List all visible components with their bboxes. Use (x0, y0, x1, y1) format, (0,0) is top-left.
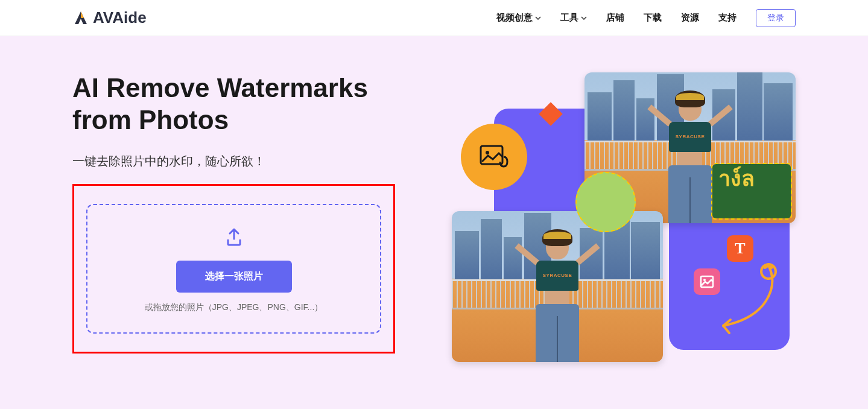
main-nav: 视频创意 工具 店铺 下载 资源 支持 登录 (496, 9, 796, 27)
logo-icon (72, 10, 89, 27)
svg-point-1 (486, 151, 489, 154)
nav-item-shop[interactable]: 店铺 (606, 12, 624, 24)
hero-content: AI Remove Watermarks from Photos 一键去除照片中… (72, 72, 386, 374)
main-header: AVAide 视频创意 工具 店铺 下载 资源 支持 登录 (0, 0, 868, 36)
svg-rect-0 (481, 146, 502, 164)
nav-item-resources[interactable]: 资源 (681, 12, 699, 24)
hero-illustration: SYRACUSE าง์ล SYRACUSE (434, 72, 796, 374)
svg-point-3 (703, 279, 706, 281)
page-title: AI Remove Watermarks from Photos (72, 72, 386, 136)
upload-hint: 或拖放您的照片（JPG、JPEG、PNG、GIF...） (100, 302, 368, 313)
decoration-orange-circle (461, 124, 527, 190)
curved-arrow-icon (711, 259, 784, 338)
select-photo-button[interactable]: 选择一张照片 (176, 261, 292, 293)
upload-highlight-frame: 选择一张照片 或拖放您的照片（JPG、JPEG、PNG、GIF...） (72, 184, 395, 354)
watermark-photo-icon (477, 140, 511, 174)
brand-logo[interactable]: AVAide (72, 8, 147, 27)
nav-item-download[interactable]: 下载 (644, 12, 662, 24)
chevron-down-icon (581, 16, 587, 20)
nav-item-tools[interactable]: 工具 (560, 12, 587, 24)
nav-item-support[interactable]: 支持 (718, 12, 737, 24)
sample-photo-clean: SYRACUSE (452, 211, 663, 362)
watermark-selection-outline (711, 163, 792, 220)
decoration-dashed-circle (575, 172, 636, 232)
text-icon: T (735, 239, 745, 258)
text-watermark-badge: T (727, 235, 753, 262)
logo-text: AVAide (93, 8, 147, 27)
upload-dropzone[interactable]: 选择一张照片 或拖放您的照片（JPG、JPEG、PNG、GIF...） (86, 204, 381, 334)
hero-section: AI Remove Watermarks from Photos 一键去除照片中… (0, 36, 868, 409)
nav-item-video[interactable]: 视频创意 (496, 12, 541, 24)
chevron-down-icon (535, 16, 541, 20)
page-subtitle: 一键去除照片中的水印，随心所欲！ (72, 153, 386, 170)
upload-icon (222, 224, 246, 249)
login-button[interactable]: 登录 (756, 9, 796, 27)
